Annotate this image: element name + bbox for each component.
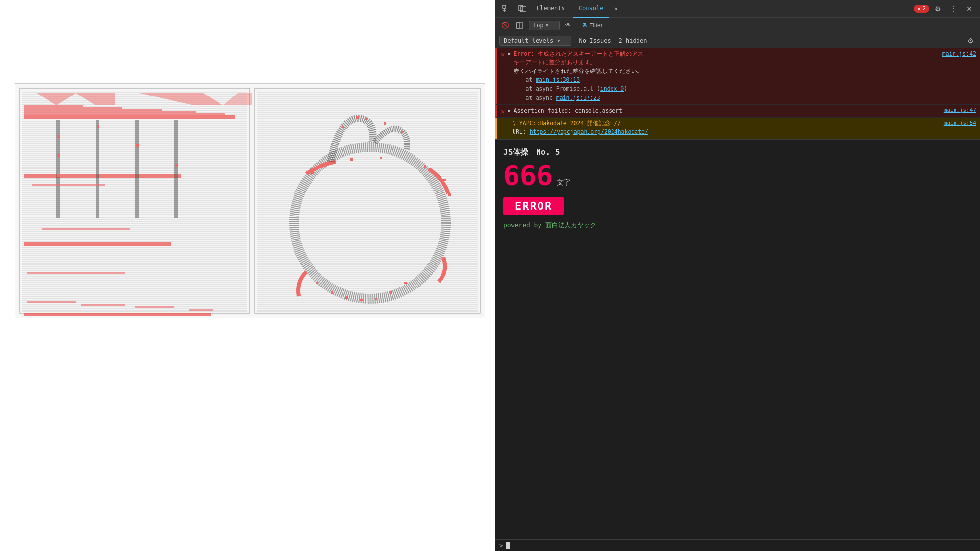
svg-rect-60 [519, 5, 523, 11]
show-sidebar-button[interactable] [514, 20, 526, 31]
close-devtools-button[interactable]: ✕ [962, 2, 976, 16]
warning-url-link[interactable]: https://yapcjapan.org/2024hakodate/ [530, 128, 648, 135]
tab-elements[interactable]: Elements [531, 0, 571, 18]
svg-rect-7 [24, 313, 211, 316]
console-toolbar: 🚫 top ▼ 👁 ⚗ Filter [495, 18, 980, 33]
expand-error-2[interactable]: ▶ [508, 108, 511, 113]
console-settings-button[interactable]: ⚙ [964, 35, 976, 47]
error-text-2: Assertion failed: console.assert [514, 107, 940, 115]
powered-by-text: powered by 面白法人カヤック [503, 221, 972, 230]
stack-link-1c[interactable]: main.js:37:23 [556, 95, 600, 101]
svg-rect-8 [24, 105, 83, 107]
svg-rect-41 [443, 179, 446, 181]
svg-rect-20 [97, 125, 99, 128]
svg-rect-5 [24, 174, 181, 178]
js-exercise-info-panel: JS体操 No. 5 666 文字 ERROR powered by 面白法人カ… [495, 139, 980, 238]
error-file-link-1[interactable]: main.js:42 [942, 50, 976, 58]
svg-rect-18 [57, 154, 60, 157]
svg-rect-11 [24, 111, 196, 113]
devtools-panel: Elements Console » ✕ 2 ⚙ ⋮ ✕ 🚫 to [495, 0, 980, 551]
svg-rect-54 [401, 131, 403, 133]
svg-rect-48 [390, 291, 392, 294]
console-levels-toolbar: Default levels ▼ No Issues 2 hidden ⚙ [495, 33, 980, 48]
inspect-element-button[interactable] [499, 2, 513, 16]
hidden-count-label: 2 hidden [619, 37, 647, 44]
svg-rect-46 [360, 299, 363, 301]
ascii-art-area [15, 83, 485, 318]
svg-rect-27 [81, 304, 125, 306]
svg-rect-43 [316, 282, 318, 284]
stack-link-1b[interactable]: index 0 [600, 85, 624, 92]
svg-rect-16 [174, 120, 178, 218]
character-count: 666 [503, 162, 553, 189]
svg-rect-57 [503, 5, 506, 8]
exercise-title: JS体操 No. 5 [503, 147, 972, 158]
stack-trace-2: at async Promise.all (index 0) [514, 84, 976, 93]
stack-link-1a[interactable]: main.js:30:13 [536, 76, 580, 83]
svg-rect-4 [24, 115, 235, 119]
svg-rect-39 [380, 157, 382, 159]
svg-rect-49 [404, 282, 407, 284]
tab-more-button[interactable]: » [611, 3, 620, 14]
svg-rect-24 [42, 228, 130, 230]
svg-rect-51 [356, 116, 359, 119]
clear-console-button[interactable]: 🚫 [499, 20, 511, 31]
svg-rect-42 [448, 193, 451, 196]
svg-rect-23 [32, 184, 105, 186]
error-status-badge: ERROR [503, 197, 564, 215]
filter-button[interactable]: ⚗ Filter [577, 20, 607, 30]
svg-rect-14 [96, 120, 99, 218]
context-selector[interactable]: top ▼ [529, 21, 560, 30]
devtools-tab-bar: Elements Console » ✕ 2 ⚙ ⋮ ✕ [495, 0, 980, 18]
svg-rect-36 [311, 171, 314, 174]
svg-rect-52 [365, 118, 368, 120]
console-warning-1: \ YAPC::Hakodate 2024 開催記念 // main.js:54… [495, 118, 980, 139]
console-output: ✕ ▶ Error: 生成されたアスキーアートと正解のアス main.js:42… [495, 48, 980, 539]
svg-rect-6 [24, 242, 172, 246]
svg-rect-53 [384, 122, 386, 125]
tab-console[interactable]: Console [573, 0, 610, 18]
svg-rect-38 [350, 158, 353, 161]
warning-text-1: \ YAPC::Hakodate 2024 開催記念 // main.js:54… [513, 120, 976, 137]
svg-rect-37 [321, 164, 323, 167]
ascii-art-svg [17, 86, 483, 316]
svg-rect-15 [135, 120, 139, 218]
stack-trace-1: at main.js:30:13 [514, 75, 976, 84]
main-page [0, 0, 495, 551]
svg-rect-22 [175, 164, 178, 167]
svg-rect-25 [27, 272, 125, 274]
character-unit: 文字 [557, 178, 570, 187]
warning-file-link-1[interactable]: main.js:54 [944, 120, 976, 128]
more-options-button[interactable]: ⋮ [947, 2, 960, 16]
console-error-2: ✕ ▶ Assertion failed: console.assert mai… [495, 105, 980, 118]
svg-rect-44 [331, 291, 333, 294]
console-error-1: ✕ ▶ Error: 生成されたアスキーアートと正解のアス main.js:42… [495, 48, 980, 105]
svg-rect-10 [24, 109, 162, 111]
device-toolbar-button[interactable] [515, 2, 529, 16]
error-icon-2: ✕ [501, 107, 505, 115]
svg-rect-47 [375, 298, 377, 300]
log-levels-button[interactable]: Default levels ▼ [499, 36, 571, 46]
svg-rect-29 [189, 309, 213, 311]
settings-button[interactable]: ⚙ [931, 2, 945, 16]
svg-rect-34 [257, 91, 478, 313]
svg-rect-12 [24, 113, 225, 115]
error-text-1: Error: 生成されたアスキーアートと正解のアス main.js:42 キーア… [514, 50, 976, 102]
console-input-area: > [495, 539, 980, 551]
expand-error-1[interactable]: ▶ [508, 51, 511, 56]
live-expressions-button[interactable]: 👁 [563, 20, 574, 31]
svg-rect-40 [424, 165, 426, 168]
svg-rect-19 [57, 174, 60, 177]
svg-rect-21 [136, 144, 139, 147]
error-count-badge: ✕ 2 [914, 5, 929, 13]
svg-rect-26 [27, 301, 76, 303]
svg-rect-28 [135, 306, 174, 308]
stack-trace-3: at async main.js:37:23 [514, 94, 976, 102]
svg-rect-63 [517, 23, 523, 28]
no-issues-label: No Issues [575, 36, 615, 45]
svg-rect-45 [345, 296, 348, 299]
svg-rect-50 [342, 126, 344, 128]
console-prompt-symbol: > [499, 542, 503, 549]
console-cursor [506, 542, 510, 549]
error-file-link-2[interactable]: main.js:47 [944, 107, 976, 113]
